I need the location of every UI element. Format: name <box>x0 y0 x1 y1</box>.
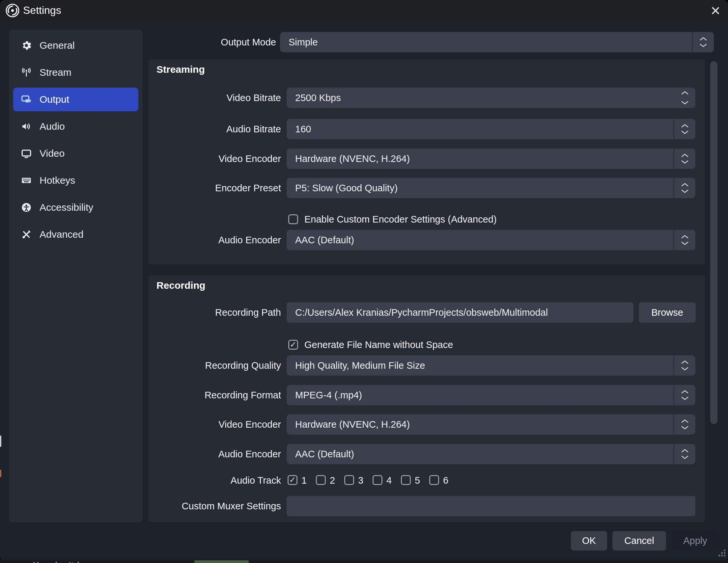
speaker-icon <box>20 121 32 132</box>
chevron-up-icon <box>681 124 689 128</box>
chevron-down-icon <box>681 396 689 400</box>
chevron-up-icon <box>681 235 689 239</box>
apply-button[interactable]: Apply <box>671 531 719 550</box>
recording-quality-label: Recording Quality <box>148 355 281 376</box>
sidebar-item-label: Hotkeys <box>40 175 75 186</box>
combo-arrows[interactable] <box>674 178 695 198</box>
chevron-down-icon <box>699 43 707 47</box>
chevron-up-icon <box>681 360 689 364</box>
sidebar-item-label: General <box>40 40 75 51</box>
resize-grip-icon[interactable] <box>718 549 725 556</box>
sidebar-item-video[interactable]: Video <box>13 142 138 165</box>
spin-down-icon[interactable] <box>681 101 689 105</box>
combo-arrows[interactable] <box>674 385 695 405</box>
encoder-preset-value: P5: Slow (Good Quality) <box>295 183 398 194</box>
audio-track-6-label: 6 <box>443 470 448 491</box>
background-green-sliver <box>194 560 249 563</box>
recording-quality-value: High Quality, Medium File Size <box>295 360 425 371</box>
chevron-down-icon <box>681 455 689 459</box>
spin-up-icon[interactable] <box>681 91 689 95</box>
sidebar-item-accessibility[interactable]: Accessibility <box>13 196 138 219</box>
rec-audio-encoder-select[interactable]: AAC (Default) <box>287 444 695 464</box>
audio-track-1-label: 1 <box>301 470 307 491</box>
sidebar-item-label: Video <box>40 148 65 159</box>
scrollbar-thumb[interactable] <box>710 61 717 424</box>
ok-button[interactable]: OK <box>571 531 607 550</box>
chevron-down-icon <box>681 130 689 134</box>
enable-custom-encoder-checkbox[interactable] <box>288 214 298 224</box>
monitor-icon <box>20 148 32 159</box>
audio-track-3-label: 3 <box>358 470 363 491</box>
combo-arrows[interactable] <box>674 444 695 464</box>
window-title: Settings <box>23 4 61 16</box>
sidebar: General Stream <box>9 30 143 522</box>
rec-video-encoder-select[interactable]: Hardware (NVENC, H.264) <box>287 414 695 435</box>
recording-format-select[interactable]: MPEG-4 (.mp4) <box>287 385 695 405</box>
cancel-button[interactable]: Cancel <box>612 531 666 550</box>
sidebar-item-label: Output <box>40 94 69 105</box>
antenna-icon <box>20 67 32 78</box>
sidebar-item-audio[interactable]: Audio <box>13 115 138 138</box>
audio-track-1-checkbox[interactable]: ✓ <box>288 475 297 485</box>
obs-logo-icon <box>5 3 20 18</box>
titlebar: Settings × <box>0 0 728 21</box>
close-button[interactable]: × <box>707 2 724 19</box>
output-mode-select[interactable]: Simple <box>280 32 714 52</box>
recording-format-value: MPEG-4 (.mp4) <box>295 390 362 401</box>
audio-track-2-label: 2 <box>330 470 335 491</box>
sidebar-item-label: Audio <box>40 121 65 132</box>
sidebar-item-general[interactable]: General <box>13 34 138 57</box>
encoder-preset-select[interactable]: P5: Slow (Good Quality) <box>287 178 695 198</box>
rec-video-encoder-value: Hardware (NVENC, H.264) <box>295 419 410 430</box>
combo-arrows[interactable] <box>674 119 695 139</box>
video-bitrate-label: Video Bitrate <box>148 88 281 108</box>
recording-path-value: C:/Users/Alex Kranias/PycharmProjects/ob… <box>295 307 548 318</box>
audio-track-5-checkbox[interactable] <box>401 475 411 485</box>
recording-section: Recording Recording Path C:/Users/Alex K… <box>148 275 705 522</box>
audio-encoder-label: Audio Encoder <box>148 230 281 250</box>
custom-muxer-label: Custom Muxer Settings <box>148 496 281 516</box>
sidebar-item-hotkeys[interactable]: Hotkeys <box>13 169 138 192</box>
video-encoder-value: Hardware (NVENC, H.264) <box>295 154 410 164</box>
audio-track-6-checkbox[interactable] <box>429 475 439 485</box>
audio-track-4-checkbox[interactable] <box>373 475 382 485</box>
sidebar-item-stream[interactable]: Stream <box>13 61 138 84</box>
combo-arrows[interactable] <box>674 414 695 435</box>
audio-track-2-checkbox[interactable] <box>316 475 326 485</box>
generate-filename-label: Generate File Name without Space <box>304 334 453 355</box>
sidebar-item-label: Advanced <box>40 229 83 240</box>
background-edge-sliver <box>0 436 1 447</box>
recording-quality-select[interactable]: High Quality, Medium File Size <box>287 355 695 376</box>
audio-bitrate-value: 160 <box>295 124 311 135</box>
audio-bitrate-select[interactable]: 160 <box>287 119 695 139</box>
video-bitrate-spinbox[interactable]: 2500 Kbps <box>287 88 695 108</box>
check-icon: ✓ <box>290 340 297 349</box>
close-icon: × <box>711 2 720 19</box>
audio-encoder-select[interactable]: AAC (Default) <box>287 230 695 250</box>
custom-muxer-input[interactable] <box>287 496 695 516</box>
sidebar-item-label: Stream <box>40 67 71 78</box>
browse-button[interactable]: Browse <box>639 302 696 323</box>
sidebar-item-label: Accessibility <box>40 202 93 213</box>
recording-path-input[interactable]: C:/Users/Alex Kranias/PycharmProjects/ob… <box>287 302 633 323</box>
sidebar-item-advanced[interactable]: Advanced <box>13 223 138 246</box>
sidebar-item-output[interactable]: Output <box>13 88 138 111</box>
rec-video-encoder-label: Video Encoder <box>148 414 281 435</box>
combo-arrows[interactable] <box>674 355 695 376</box>
combo-arrows[interactable] <box>692 32 714 52</box>
chevron-down-icon <box>681 426 689 430</box>
audio-bitrate-label: Audio Bitrate <box>148 119 281 139</box>
audio-track-3-checkbox[interactable] <box>344 475 354 485</box>
chevron-up-icon <box>681 419 689 423</box>
background-hint-text: You don't have any sources... <box>33 560 162 563</box>
video-encoder-select[interactable]: Hardware (NVENC, H.264) <box>287 149 695 169</box>
video-bitrate-value: 2500 Kbps <box>295 93 341 103</box>
background-edge-sliver <box>0 470 1 477</box>
combo-arrows[interactable] <box>674 149 695 169</box>
encoder-preset-label: Encoder Preset <box>148 178 281 198</box>
enable-custom-encoder-label: Enable Custom Encoder Settings (Advanced… <box>304 209 497 230</box>
generate-filename-checkbox[interactable]: ✓ <box>288 340 298 350</box>
audio-track-4-label: 4 <box>386 470 392 491</box>
combo-arrows[interactable] <box>674 230 695 250</box>
check-icon: ✓ <box>289 476 296 484</box>
